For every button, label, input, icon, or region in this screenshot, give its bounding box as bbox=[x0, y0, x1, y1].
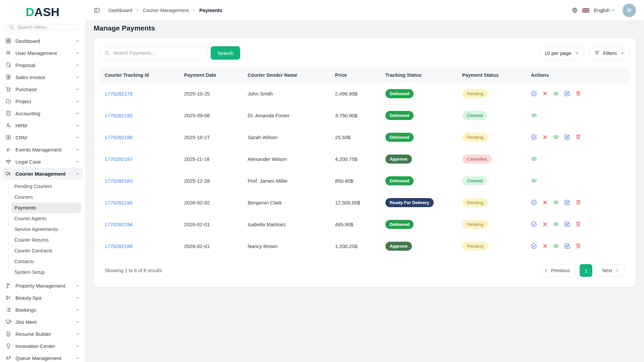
avatar[interactable] bbox=[623, 4, 636, 17]
sidebar-subitem-courier-agents[interactable]: Courier Agents bbox=[11, 213, 81, 224]
sidebar-item-legal-case[interactable]: Legal Case bbox=[3, 156, 83, 168]
sidebar-subitem-couriers[interactable]: Couriers bbox=[11, 192, 81, 202]
sidebar-item-label: Resume Builder bbox=[15, 331, 71, 337]
table-row: 17702821922025-09-08Dr. Amanda Foster3,7… bbox=[100, 105, 630, 126]
payments-search-input[interactable] bbox=[113, 50, 203, 56]
tracking-id-cell: 1770282179 bbox=[100, 83, 179, 105]
sidebar-search[interactable] bbox=[5, 24, 80, 30]
edit-icon[interactable] bbox=[564, 243, 570, 249]
sidebar-item-project[interactable]: Project bbox=[3, 95, 83, 107]
view-icon[interactable] bbox=[531, 112, 537, 118]
reject-icon[interactable] bbox=[542, 243, 548, 249]
reject-icon[interactable] bbox=[542, 221, 548, 227]
sidebar-item-hrm[interactable]: HRM bbox=[3, 119, 83, 131]
language-selector[interactable]: English bbox=[594, 8, 615, 13]
tracking-id-link[interactable]: 1770282179 bbox=[105, 91, 132, 97]
sidebar-toggle-icon[interactable] bbox=[94, 7, 100, 13]
tracking-id-link[interactable]: 1770282195 bbox=[105, 200, 132, 205]
column-header-payment-date: Payment Date bbox=[179, 68, 243, 83]
payment-status-cell: Pending bbox=[458, 126, 526, 148]
sidebar-subitem-system-setup[interactable]: System Setup bbox=[11, 267, 81, 278]
tracking-id-link[interactable]: 1770282183 bbox=[105, 178, 132, 184]
sidebar-item-courier-management[interactable]: Courier Management bbox=[3, 168, 83, 180]
delete-icon[interactable] bbox=[575, 199, 581, 205]
sidebar-item-innovation-center[interactable]: Innovation Center bbox=[3, 340, 83, 352]
language-label: English bbox=[594, 8, 610, 13]
delete-icon[interactable] bbox=[575, 221, 581, 227]
search-button[interactable]: Search bbox=[211, 46, 240, 60]
previous-page-button[interactable]: Previous bbox=[538, 264, 576, 277]
reject-icon[interactable] bbox=[542, 199, 548, 205]
edit-icon[interactable] bbox=[564, 90, 570, 97]
edit-icon[interactable] bbox=[564, 199, 570, 205]
sender-name-cell: John Smith bbox=[243, 83, 330, 105]
breadcrumb-courier-management[interactable]: Courier Management bbox=[143, 8, 189, 13]
chevron-down-icon bbox=[75, 75, 80, 79]
chevron-down-icon bbox=[75, 99, 80, 104]
payments-search[interactable] bbox=[100, 46, 207, 60]
reject-icon[interactable] bbox=[542, 134, 548, 140]
topbar-right: English bbox=[572, 4, 636, 17]
tracking-id-cell: 1770282183 bbox=[100, 170, 179, 192]
sidebar-search-input[interactable] bbox=[17, 24, 80, 30]
sidebar-subitem-courier-contracts[interactable]: Courier Contracts bbox=[11, 245, 81, 256]
sidebar-item-resume-builder[interactable]: Resume Builder bbox=[3, 328, 83, 340]
sidebar-item-property-management[interactable]: Property Management bbox=[3, 280, 83, 292]
edit-icon[interactable] bbox=[564, 134, 570, 140]
sidebar-item-events-management[interactable]: Events Management bbox=[3, 143, 83, 156]
payment-status-cell: Pending bbox=[458, 214, 526, 235]
sidebar-subitem-courier-returns[interactable]: Courier Returns bbox=[11, 235, 81, 245]
view-icon[interactable] bbox=[531, 178, 537, 184]
delete-icon[interactable] bbox=[575, 134, 581, 140]
sidebar-item-bookings[interactable]: Bookings bbox=[3, 304, 83, 316]
sidebar-subitem-service-agreements[interactable]: Service Agreements bbox=[11, 224, 81, 235]
sidebar-item-sales-invoice[interactable]: Sales Invoice bbox=[3, 71, 83, 83]
reject-icon[interactable] bbox=[542, 90, 548, 97]
payment-status-cell: Pending bbox=[458, 192, 526, 214]
sidebar-item-proposal[interactable]: Proposal bbox=[3, 59, 83, 71]
sidebar-item-queue-management[interactable]: Queue Management bbox=[3, 352, 83, 362]
sender-name-cell: Dr. Amanda Foster bbox=[243, 105, 330, 126]
globe-icon[interactable] bbox=[572, 7, 578, 13]
delete-icon[interactable] bbox=[575, 90, 581, 97]
filters-button[interactable]: Filters bbox=[589, 46, 630, 60]
sidebar-item-accounting[interactable]: Accounting bbox=[3, 107, 83, 119]
approve-icon[interactable] bbox=[531, 243, 537, 249]
sidebar-item-label: Innovation Center bbox=[15, 343, 71, 349]
sidebar-item-crm[interactable]: CRM bbox=[3, 131, 83, 143]
sidebar-item-user-management[interactable]: User Management bbox=[3, 47, 83, 59]
sidebar-item-dashboard[interactable]: Dashboard bbox=[3, 35, 83, 47]
view-icon[interactable] bbox=[553, 243, 559, 249]
view-icon[interactable] bbox=[553, 221, 559, 227]
payment-status-badge: Pending bbox=[462, 133, 488, 142]
page-number-button[interactable]: 1 bbox=[580, 264, 592, 277]
approve-icon[interactable] bbox=[531, 90, 537, 97]
sidebar-subitem-payments[interactable]: Payments bbox=[11, 202, 81, 213]
per-page-select[interactable]: 10 per page bbox=[539, 46, 584, 60]
payment-status-cell: Cancelled bbox=[458, 148, 526, 170]
approve-icon[interactable] bbox=[531, 199, 537, 205]
view-icon[interactable] bbox=[531, 156, 537, 162]
tracking-id-link[interactable]: 1770282192 bbox=[105, 113, 132, 118]
view-icon[interactable] bbox=[553, 199, 559, 205]
view-icon[interactable] bbox=[553, 90, 559, 97]
edit-icon[interactable] bbox=[564, 221, 570, 227]
tracking-id-link[interactable]: 1770282188 bbox=[105, 243, 132, 249]
tracking-id-link[interactable]: 1770282194 bbox=[105, 222, 132, 227]
sidebar-subitem-pending-couriers[interactable]: Pending Couriers bbox=[11, 181, 81, 192]
brand-logo[interactable]: DASH bbox=[0, 5, 85, 19]
tracking-id-link[interactable]: 1770282197 bbox=[105, 156, 132, 162]
sidebar-item-purchase[interactable]: Purchase bbox=[3, 83, 83, 95]
next-page-button[interactable]: Next bbox=[596, 264, 625, 277]
sidebar-item-jitsi-meet[interactable]: Jitsi Meet bbox=[3, 316, 83, 328]
approve-icon[interactable] bbox=[531, 221, 537, 227]
breadcrumb-dashboard[interactable]: Dashboard bbox=[108, 8, 132, 13]
approve-icon[interactable] bbox=[531, 134, 537, 140]
sidebar-item-beauty-spa[interactable]: Beauty Spa bbox=[3, 292, 83, 304]
sidebar-subitem-contacts[interactable]: Contacts bbox=[11, 256, 81, 267]
payments-card: Search 10 per page Filters bbox=[94, 38, 636, 287]
view-icon[interactable] bbox=[553, 134, 559, 140]
tracking-id-link[interactable]: 1770282180 bbox=[105, 134, 132, 140]
delete-icon[interactable] bbox=[575, 243, 581, 249]
uk-flag-icon[interactable] bbox=[582, 8, 589, 13]
